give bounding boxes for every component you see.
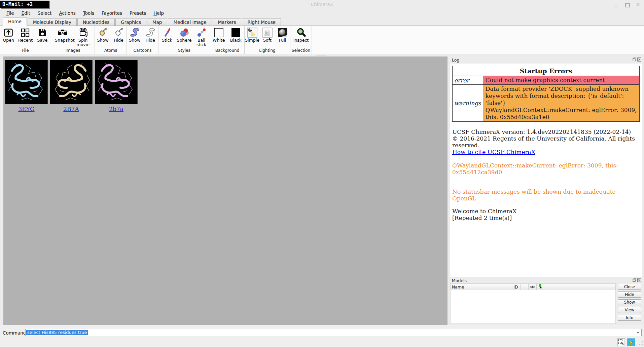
toolbar-group-background: White Black Background bbox=[210, 26, 245, 54]
error-message-cell: Could not make graphics context current bbox=[483, 76, 639, 85]
tab-right-mouse[interactable]: Right Mouse bbox=[242, 18, 281, 26]
black-square-icon bbox=[230, 27, 242, 38]
open-icon bbox=[3, 27, 14, 38]
molecule-thumbnail-3eyg[interactable] bbox=[5, 60, 48, 104]
white-square-icon bbox=[213, 27, 224, 38]
menu-help[interactable]: Help bbox=[150, 10, 167, 16]
models-info-button[interactable]: Info bbox=[618, 315, 641, 321]
tab-medical-image[interactable]: Medical Image bbox=[168, 18, 212, 26]
tab-map[interactable]: Map bbox=[147, 18, 168, 26]
fast-lightning-icon[interactable] bbox=[627, 338, 635, 346]
startup-errors-title: Startup Errors bbox=[453, 66, 640, 76]
stick-icon bbox=[162, 27, 173, 38]
window-title: ChimeraX bbox=[0, 2, 644, 7]
warnings-level-cell: warnings bbox=[453, 85, 483, 122]
tab-graphics[interactable]: Graphics bbox=[115, 18, 146, 26]
command-history-dropdown[interactable] bbox=[634, 329, 641, 336]
save-icon bbox=[37, 27, 48, 38]
models-buttons: Close Hide Show View Info bbox=[618, 284, 641, 321]
window-resize-grip[interactable] bbox=[639, 341, 643, 346]
pdb-link-2b7a-upper[interactable]: 2B7A bbox=[50, 106, 93, 112]
menu-edit[interactable]: Edit bbox=[19, 10, 33, 16]
graphics-viewport: 3EYG 2B7A 2b7a bbox=[3, 56, 448, 325]
camera-icon bbox=[57, 27, 68, 38]
pdb-link-3eyg[interactable]: 3EYG bbox=[5, 106, 48, 112]
log-panel-title: Log bbox=[452, 57, 459, 63]
log-eglerror-line: QWaylandGLContext::makeCurrent: eglError… bbox=[452, 162, 640, 176]
right-panel: Log Startup Errors error Could not make … bbox=[450, 56, 642, 325]
tab-home[interactable]: Home bbox=[3, 17, 27, 26]
log-messages: UCSF ChimeraX version: 1.4.dev2022021418… bbox=[452, 128, 640, 221]
error-level-cell: error bbox=[453, 76, 483, 85]
cartoons-hide-icon bbox=[145, 27, 156, 38]
menu-actions[interactable]: Actions bbox=[56, 10, 78, 16]
tab-markers[interactable]: Markers bbox=[213, 18, 242, 26]
menu-select[interactable]: Select bbox=[35, 10, 55, 16]
models-list[interactable] bbox=[450, 290, 616, 324]
atoms-show-icon bbox=[97, 27, 109, 38]
log-welcome-line: Welcome to ChimeraX bbox=[452, 208, 640, 215]
close-button[interactable]: × bbox=[635, 2, 641, 7]
ribbon-tab-bar: Home Molecule Display Nucleotides Graphi… bbox=[0, 17, 644, 26]
ball-stick-icon bbox=[196, 27, 207, 38]
atoms-hide-icon bbox=[113, 27, 124, 38]
sphere-icon bbox=[179, 27, 190, 38]
log-content: Startup Errors error Could not make grap… bbox=[450, 64, 642, 277]
models-panel-title: Models bbox=[452, 278, 467, 283]
bmail-overlay: B-Mail: +2 bbox=[0, 0, 49, 8]
toolbar-group-styles: Stick Sphere Ball stick Styles bbox=[158, 26, 210, 54]
home-toolbar: Open Recent Save File Snapshot Sp bbox=[0, 26, 644, 54]
log-repeated-line: [Repeated 2 time(s)] bbox=[452, 215, 640, 221]
maximize-button[interactable] bbox=[624, 2, 630, 7]
bottom-bar: Command: select His885 residues true bbox=[0, 325, 644, 347]
toolbar-splitter-handle[interactable] bbox=[317, 54, 327, 56]
models-close-icon[interactable] bbox=[637, 278, 641, 282]
eye-icon bbox=[529, 283, 537, 290]
soft-lighting-icon bbox=[262, 27, 273, 38]
toolbar-group-atoms: Show Hide Atoms bbox=[95, 26, 127, 54]
tab-molecule-display[interactable]: Molecule Display bbox=[28, 18, 77, 26]
log-statusbar-warning-line: No statusbar messages will be shown due … bbox=[452, 188, 640, 202]
models-panel-titlebar: Models bbox=[450, 277, 642, 284]
menu-file[interactable]: File bbox=[3, 10, 17, 16]
models-content: Name ID Close Hide Show View Info bbox=[450, 283, 642, 325]
log-version-line: UCSF ChimeraX version: 1.4.dev2022021418… bbox=[452, 128, 640, 135]
command-label: Command: bbox=[3, 330, 28, 336]
cite-chimerax-link[interactable]: How to cite UCSF ChimeraX bbox=[452, 149, 535, 155]
select-cursor-icon bbox=[537, 283, 616, 290]
recent-icon bbox=[20, 27, 31, 38]
log-panel-titlebar: Log bbox=[450, 56, 642, 64]
full-lighting-icon bbox=[277, 27, 288, 38]
tab-nucleotides[interactable]: Nucleotides bbox=[77, 18, 115, 26]
menu-bar: File Edit Select Actions Tools Favorites… bbox=[0, 9, 644, 17]
command-input[interactable]: select His885 residues true bbox=[25, 329, 642, 336]
menu-tools[interactable]: Tools bbox=[80, 10, 97, 16]
models-view-button[interactable]: View bbox=[618, 307, 641, 313]
toolbar-group-cartoons: Show Hide Cartoons bbox=[127, 26, 158, 54]
log-float-icon[interactable] bbox=[633, 57, 637, 62]
pdb-link-2b7a-lower[interactable]: 2b7a bbox=[95, 106, 138, 112]
models-column-id: ID bbox=[512, 283, 521, 290]
menu-presets[interactable]: Presets bbox=[127, 10, 149, 16]
selection-mode-icon[interactable] bbox=[617, 338, 625, 346]
molecule-thumbnail-2b7a-lower[interactable] bbox=[95, 60, 138, 104]
log-close-icon[interactable] bbox=[637, 57, 641, 62]
models-close-button[interactable]: Close bbox=[618, 284, 641, 290]
startup-errors-table: Startup Errors error Could not make grap… bbox=[452, 66, 640, 122]
models-hide-button[interactable]: Hide bbox=[618, 292, 641, 298]
command-selected-text: select His885 residues true bbox=[26, 330, 88, 335]
inspect-icon bbox=[295, 27, 307, 38]
molecule-thumbnail-2b7a-upper[interactable] bbox=[50, 60, 93, 104]
toolbar-group-file: Open Recent Save File bbox=[0, 26, 51, 54]
models-float-icon[interactable] bbox=[633, 278, 637, 282]
toolbar-group-lighting: Simple Soft Full Lighting bbox=[245, 26, 290, 54]
toolbar-group-selection: Inspect Selection bbox=[290, 26, 312, 54]
cartoons-show-icon bbox=[129, 27, 140, 38]
toolbar-group-images: Snapshot Spin movie Images bbox=[51, 26, 95, 54]
log-copyright-line: © 2016-2021 Regents of the University of… bbox=[452, 135, 640, 149]
models-column-name: Name bbox=[450, 283, 512, 290]
models-show-button[interactable]: Show bbox=[618, 299, 641, 305]
minimize-button[interactable] bbox=[614, 2, 619, 7]
models-column-blank bbox=[521, 283, 529, 290]
menu-favorites[interactable]: Favorites bbox=[99, 10, 125, 16]
